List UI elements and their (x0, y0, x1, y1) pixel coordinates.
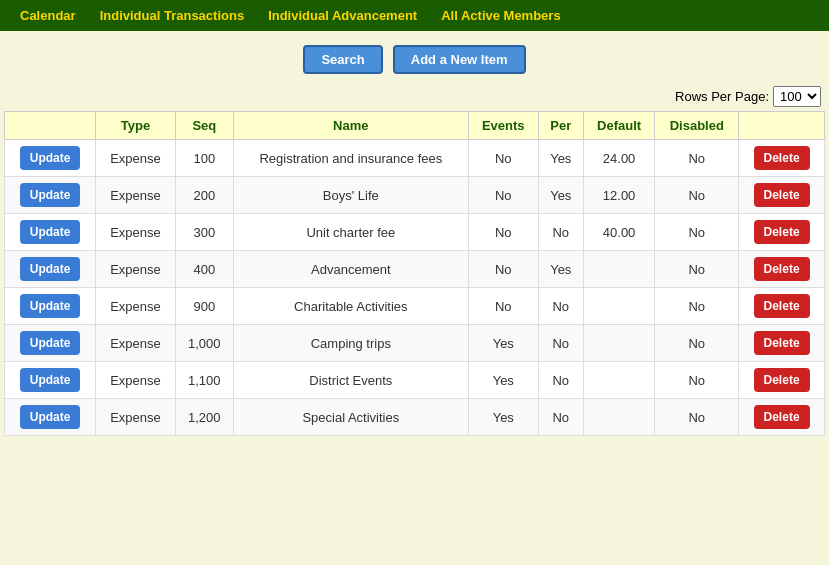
update-cell-6: Update (5, 362, 96, 399)
delete-cell-0: Delete (739, 140, 825, 177)
disabled-cell-5: No (655, 325, 739, 362)
delete-button-3[interactable]: Delete (754, 257, 810, 281)
table-row: UpdateExpense1,100District EventsYesNoNo… (5, 362, 825, 399)
update-button-5[interactable]: Update (20, 331, 81, 355)
col-header-0 (5, 112, 96, 140)
delete-cell-3: Delete (739, 251, 825, 288)
default-cell-3 (583, 251, 655, 288)
delete-cell-1: Delete (739, 177, 825, 214)
events-cell-0: No (468, 140, 538, 177)
col-header-1: Type (96, 112, 175, 140)
events-cell-4: No (468, 288, 538, 325)
default-cell-4 (583, 288, 655, 325)
nav-item-individual-advancement[interactable]: Individual Advancement (256, 2, 429, 29)
update-cell-1: Update (5, 177, 96, 214)
delete-cell-4: Delete (739, 288, 825, 325)
per-cell-7: No (538, 399, 583, 436)
type-cell-5: Expense (96, 325, 175, 362)
delete-cell-6: Delete (739, 362, 825, 399)
table-row: UpdateExpense900Charitable ActivitiesNoN… (5, 288, 825, 325)
events-cell-2: No (468, 214, 538, 251)
toolbar: Search Add a New Item (0, 31, 829, 82)
delete-button-1[interactable]: Delete (754, 183, 810, 207)
default-cell-5 (583, 325, 655, 362)
update-button-1[interactable]: Update (20, 183, 81, 207)
seq-cell-1: 200 (175, 177, 233, 214)
per-cell-1: Yes (538, 177, 583, 214)
name-cell-5: Camping trips (233, 325, 468, 362)
nav-item-calendar[interactable]: Calendar (8, 2, 88, 29)
update-cell-7: Update (5, 399, 96, 436)
col-header-7: Disabled (655, 112, 739, 140)
name-cell-3: Advancement (233, 251, 468, 288)
table-row: UpdateExpense1,000Camping tripsYesNoNoDe… (5, 325, 825, 362)
add-new-item-button[interactable]: Add a New Item (393, 45, 526, 74)
update-button-2[interactable]: Update (20, 220, 81, 244)
name-cell-2: Unit charter fee (233, 214, 468, 251)
items-table: TypeSeqNameEventsPerDefaultDisabled Upda… (4, 111, 825, 436)
disabled-cell-3: No (655, 251, 739, 288)
type-cell-6: Expense (96, 362, 175, 399)
seq-cell-0: 100 (175, 140, 233, 177)
table-row: UpdateExpense400AdvancementNoYesNoDelete (5, 251, 825, 288)
delete-button-2[interactable]: Delete (754, 220, 810, 244)
col-header-8 (739, 112, 825, 140)
disabled-cell-6: No (655, 362, 739, 399)
delete-cell-2: Delete (739, 214, 825, 251)
disabled-cell-7: No (655, 399, 739, 436)
per-cell-2: No (538, 214, 583, 251)
rows-per-page-label: Rows Per Page: (675, 89, 769, 104)
default-cell-6 (583, 362, 655, 399)
name-cell-0: Registration and insurance fees (233, 140, 468, 177)
update-cell-5: Update (5, 325, 96, 362)
table-header-row: TypeSeqNameEventsPerDefaultDisabled (5, 112, 825, 140)
delete-button-4[interactable]: Delete (754, 294, 810, 318)
per-cell-6: No (538, 362, 583, 399)
table-row: UpdateExpense300Unit charter feeNoNo40.0… (5, 214, 825, 251)
per-cell-0: Yes (538, 140, 583, 177)
events-cell-7: Yes (468, 399, 538, 436)
delete-button-5[interactable]: Delete (754, 331, 810, 355)
table-container: TypeSeqNameEventsPerDefaultDisabled Upda… (0, 111, 829, 444)
delete-button-6[interactable]: Delete (754, 368, 810, 392)
type-cell-1: Expense (96, 177, 175, 214)
disabled-cell-2: No (655, 214, 739, 251)
update-button-6[interactable]: Update (20, 368, 81, 392)
search-button[interactable]: Search (303, 45, 382, 74)
name-cell-1: Boys' Life (233, 177, 468, 214)
rows-per-page-select[interactable]: 2550100200 (773, 86, 821, 107)
events-cell-1: No (468, 177, 538, 214)
table-head: TypeSeqNameEventsPerDefaultDisabled (5, 112, 825, 140)
update-button-0[interactable]: Update (20, 146, 81, 170)
per-cell-4: No (538, 288, 583, 325)
update-cell-2: Update (5, 214, 96, 251)
table-row: UpdateExpense200Boys' LifeNoYes12.00NoDe… (5, 177, 825, 214)
disabled-cell-0: No (655, 140, 739, 177)
default-cell-2: 40.00 (583, 214, 655, 251)
col-header-6: Default (583, 112, 655, 140)
update-button-7[interactable]: Update (20, 405, 81, 429)
default-cell-0: 24.00 (583, 140, 655, 177)
nav-item-individual-transactions[interactable]: Individual Transactions (88, 2, 256, 29)
type-cell-7: Expense (96, 399, 175, 436)
table-body: UpdateExpense100Registration and insuran… (5, 140, 825, 436)
update-button-4[interactable]: Update (20, 294, 81, 318)
name-cell-6: District Events (233, 362, 468, 399)
per-cell-5: No (538, 325, 583, 362)
type-cell-2: Expense (96, 214, 175, 251)
delete-button-7[interactable]: Delete (754, 405, 810, 429)
delete-cell-5: Delete (739, 325, 825, 362)
nav-item-all-active-members[interactable]: All Active Members (429, 2, 572, 29)
events-cell-6: Yes (468, 362, 538, 399)
col-header-4: Events (468, 112, 538, 140)
update-button-3[interactable]: Update (20, 257, 81, 281)
seq-cell-2: 300 (175, 214, 233, 251)
per-cell-3: Yes (538, 251, 583, 288)
disabled-cell-4: No (655, 288, 739, 325)
seq-cell-4: 900 (175, 288, 233, 325)
update-cell-0: Update (5, 140, 96, 177)
col-header-3: Name (233, 112, 468, 140)
seq-cell-7: 1,200 (175, 399, 233, 436)
delete-button-0[interactable]: Delete (754, 146, 810, 170)
table-row: UpdateExpense1,200Special ActivitiesYesN… (5, 399, 825, 436)
